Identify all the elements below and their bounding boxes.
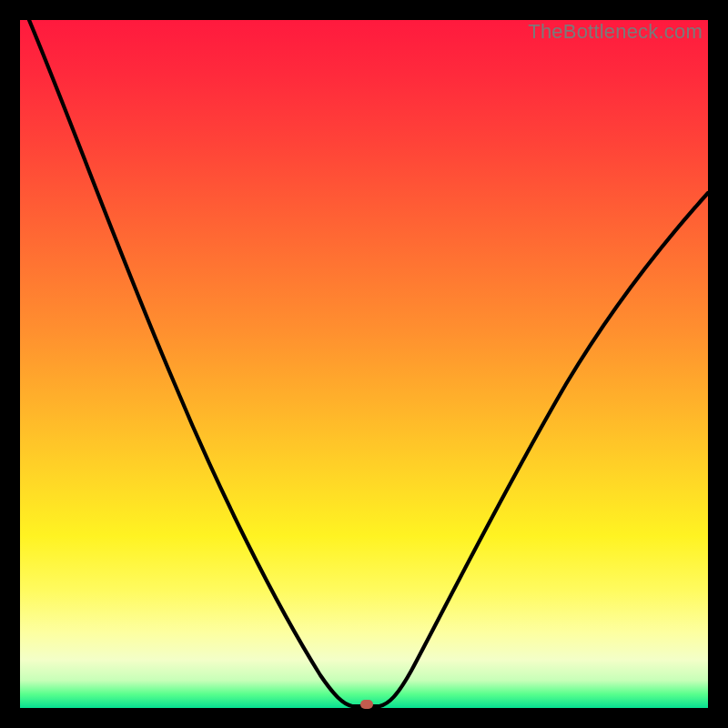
- optimal-marker: [360, 700, 373, 709]
- bottleneck-curve: [20, 20, 708, 708]
- plot-area: TheBottleneck.com: [20, 20, 708, 708]
- chart-frame: TheBottleneck.com: [0, 0, 728, 728]
